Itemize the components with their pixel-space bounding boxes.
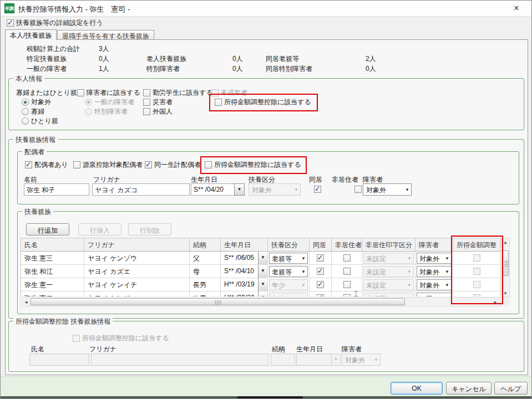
radio-tokubetsu-shougai[interactable]: 特別障害者 bbox=[85, 107, 128, 116]
nonresident-checkbox[interactable] bbox=[343, 294, 351, 296]
spouse-birthday-input[interactable]: S** /04/20 bbox=[191, 183, 235, 196]
cell-birthday[interactable]: H** /03/19 bbox=[221, 278, 268, 291]
scroll-up-icon[interactable]: ▲ bbox=[501, 240, 509, 245]
print-category-select: 未設定 bbox=[363, 293, 414, 296]
window-bottom-edge-dark bbox=[237, 396, 303, 399]
category-select[interactable]: 老親等 bbox=[269, 253, 308, 264]
income-adjustment-checkbox[interactable] bbox=[473, 254, 480, 262]
income-adjustment-checkbox[interactable] bbox=[473, 281, 480, 288]
checkbox-disaster[interactable]: 災害者 bbox=[143, 98, 173, 107]
cell-kana[interactable]: ヤヨイ ケンイチ bbox=[84, 278, 190, 291]
delete-row-button[interactable]: 行削除 bbox=[128, 223, 171, 236]
scrollbar-corner bbox=[501, 297, 510, 306]
cell-name[interactable]: 弥生 憲三 bbox=[21, 252, 84, 265]
spouse-nonresident-label: 非居住者 bbox=[332, 175, 358, 185]
nonresident-checkbox[interactable] bbox=[343, 281, 351, 288]
bottom-birthday-input bbox=[296, 354, 332, 366]
ok-button[interactable]: OK bbox=[391, 382, 443, 395]
summary-ippan-label: 一般の障害者 bbox=[27, 64, 67, 74]
checkbox-spouse-income-adjustment[interactable]: 所得金額調整控除に該当する bbox=[205, 160, 301, 170]
cell-birthday[interactable]: H** /09/20 bbox=[221, 291, 268, 296]
bottom-relation-input bbox=[271, 354, 295, 366]
nonresident-checkbox[interactable] bbox=[343, 254, 351, 262]
add-row-button[interactable]: 行追加 bbox=[26, 223, 69, 236]
cell-birthday[interactable]: S** /06/05 bbox=[221, 252, 268, 265]
nonresident-checkbox[interactable] bbox=[343, 268, 351, 275]
spouse-birthday-dropdown-icon[interactable] bbox=[234, 183, 245, 196]
spouse-name-input[interactable]: 弥生 和子 bbox=[24, 183, 89, 196]
checkbox-icon bbox=[143, 99, 150, 106]
checkbox-minor: 未成年者 bbox=[211, 88, 247, 98]
birthday-dropdown-icon[interactable] bbox=[258, 278, 267, 291]
radio-icon bbox=[85, 108, 92, 115]
horizontal-scroll-thumb[interactable] bbox=[31, 298, 405, 305]
checkbox-icon bbox=[73, 335, 80, 342]
birthday-dropdown-icon[interactable] bbox=[258, 291, 267, 296]
category-select[interactable]: 老親等 bbox=[269, 266, 308, 277]
checkbox-disability[interactable]: 障害者に該当する bbox=[77, 88, 140, 98]
radio-kafu[interactable]: 寡婦 bbox=[22, 107, 44, 116]
cell-relation[interactable]: 次男 bbox=[190, 291, 221, 296]
cell-relation[interactable]: 父 bbox=[190, 252, 221, 265]
checkbox-icon bbox=[143, 108, 150, 115]
radio-ippan-shougai[interactable]: 一般の障害者 bbox=[85, 98, 134, 107]
help-button[interactable]: ヘルプ bbox=[494, 382, 528, 395]
cell-name[interactable]: 弥生 憲一 bbox=[21, 278, 84, 291]
scroll-right-icon[interactable]: ► bbox=[492, 300, 499, 305]
cell-name[interactable]: 弥生 和江 bbox=[21, 265, 84, 278]
disability-select[interactable]: 一般 bbox=[417, 293, 452, 296]
income-adjustment-checkbox[interactable] bbox=[473, 294, 480, 296]
cohabiting-checkbox[interactable] bbox=[317, 281, 324, 288]
tab-honnin-fuyou[interactable]: 本人/扶養親族 bbox=[5, 29, 57, 40]
cell-kana[interactable]: ヤヨイ ケンジ bbox=[84, 291, 190, 296]
cohabiting-checkbox[interactable] bbox=[317, 294, 324, 296]
vertical-scroll-thumb[interactable] bbox=[502, 250, 509, 276]
table-row: 弥生 憲一 ヤヨイ ケンイチ 長男 H** /03/19 年少 未設定 対象外 bbox=[21, 278, 501, 291]
insert-row-button[interactable]: 行挿入 bbox=[78, 223, 121, 236]
detail-setting-checkbox[interactable]: 扶養親族等の詳細設定を行う bbox=[7, 18, 103, 28]
close-icon[interactable]: × bbox=[507, 2, 526, 15]
summary-total-value: 3人 bbox=[99, 44, 109, 54]
tab-taishoku-teate[interactable]: 退職手当等を有する扶養親族 bbox=[57, 30, 154, 40]
cohabiting-checkbox[interactable] bbox=[317, 254, 324, 262]
birthday-dropdown-icon[interactable] bbox=[258, 252, 267, 264]
radio-hitorioya[interactable]: ひとり親 bbox=[22, 116, 58, 126]
checkbox-withholding-spouse[interactable]: 源泉控除対象配偶者 bbox=[73, 160, 143, 170]
checkbox-icon bbox=[77, 89, 84, 96]
checkbox-foreigner[interactable]: 外国人 bbox=[143, 107, 173, 116]
birthday-dropdown-icon[interactable] bbox=[258, 265, 267, 278]
cell-kana[interactable]: ヤヨイ ケンゾウ bbox=[84, 252, 190, 265]
checkbox-icon bbox=[143, 89, 150, 96]
radio-taishogai[interactable]: 対象外 bbox=[22, 98, 51, 107]
spouse-nonresident-checkbox[interactable] bbox=[354, 186, 362, 193]
cell-name[interactable]: 弥生 憲二 bbox=[21, 291, 84, 296]
summary-doukyo-tokubetsu-value: 0人 bbox=[366, 64, 376, 74]
spouse-cohabiting-checkbox[interactable] bbox=[314, 186, 321, 193]
spouse-disability-select[interactable]: 対象外 bbox=[363, 183, 412, 196]
checkbox-student[interactable]: 勤労学生に該当する bbox=[143, 88, 213, 98]
scroll-down-icon[interactable]: ▼ bbox=[501, 291, 509, 296]
cell-kana[interactable]: ヤヨイ カズエ bbox=[84, 265, 190, 278]
radio-icon bbox=[22, 117, 29, 125]
cohabiting-checkbox[interactable] bbox=[317, 268, 324, 275]
checkbox-has-spouse[interactable]: 配偶者あり bbox=[25, 160, 68, 170]
cancel-button[interactable]: キャンセル bbox=[446, 382, 492, 395]
text-cursor-icon: ⌶ bbox=[353, 289, 358, 299]
disability-select[interactable]: 対象外 bbox=[417, 266, 452, 277]
spouse-kana-input[interactable]: ヤヨイ カズコ bbox=[92, 183, 190, 196]
cell-relation[interactable]: 長男 bbox=[190, 278, 221, 291]
scroll-left-icon[interactable]: ◄ bbox=[23, 300, 29, 305]
checkbox-icon bbox=[145, 161, 152, 168]
checkbox-personal-income-adjustment[interactable]: 所得金額調整控除に該当する bbox=[215, 98, 311, 107]
spouse-cohabiting-label: 同居 bbox=[309, 175, 322, 185]
disability-select[interactable]: 対象外 bbox=[417, 279, 452, 290]
summary-tokutei-value: 0人 bbox=[99, 54, 109, 64]
cell-relation[interactable]: 母 bbox=[190, 265, 221, 278]
checkbox-same-livelihood-spouse[interactable]: 同一生計配偶者 bbox=[145, 160, 201, 170]
print-category-select: 未設定 bbox=[363, 279, 414, 290]
income-adjustment-checkbox[interactable] bbox=[473, 268, 480, 275]
vertical-scrollbar[interactable]: ▲ ▼ bbox=[501, 238, 510, 297]
horizontal-scrollbar[interactable]: ◄ ► bbox=[21, 297, 501, 306]
disability-select[interactable]: 対象外 bbox=[417, 253, 452, 264]
cell-birthday[interactable]: S** /04/10 bbox=[221, 265, 268, 278]
